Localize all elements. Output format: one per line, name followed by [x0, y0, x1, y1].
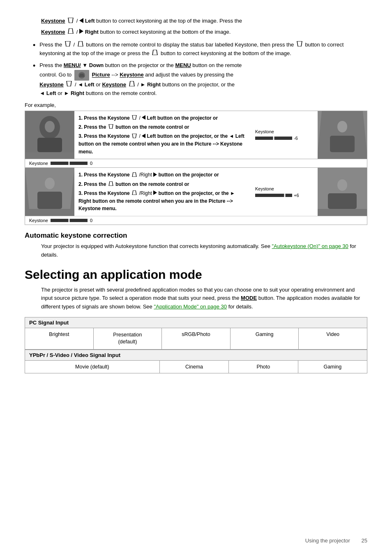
- step2-top: 2. Press the button on the remote contro…: [78, 123, 248, 131]
- bar-track-right-top: [255, 137, 292, 140]
- select-link[interactable]: "Application Mode" on page 30: [154, 303, 227, 310]
- svg-marker-19: [142, 115, 145, 120]
- bar-track-left-bottom: [51, 219, 88, 222]
- svg-marker-1: [79, 18, 83, 23]
- bar-thumb-left-top: [68, 162, 69, 165]
- svg-marker-5: [78, 41, 83, 46]
- val-right-top: -6: [294, 136, 298, 141]
- trap-down-icon-b1b: [296, 41, 303, 49]
- auto-keystone-section: Automatic keystone correction Your proje…: [25, 232, 367, 259]
- trap-down-ex3: [131, 133, 137, 141]
- pc-signal-header: PC Signal Input: [25, 317, 367, 328]
- bar-row-right-bottom: +6: [255, 193, 314, 198]
- signal-table: PC Signal Input Brightest Presentation(d…: [25, 317, 367, 373]
- footer-page: 25: [362, 537, 367, 544]
- svg-marker-34: [153, 190, 157, 195]
- pc-col-brightest: Brightest: [25, 328, 94, 349]
- keystone-line1: Keystone / Left button to correct keysto…: [41, 16, 367, 26]
- svg-marker-6: [297, 41, 302, 46]
- auto-link[interactable]: "Autokeystone (On)" on page 30: [272, 243, 348, 249]
- svg-rect-29: [37, 192, 62, 209]
- example-box: 1. Press the Keystone / Left button on t…: [25, 111, 367, 225]
- arrow-right-exb1: [153, 171, 157, 179]
- svg-point-36: [337, 179, 347, 191]
- trap-up-icon-b1c: [152, 49, 158, 58]
- select-body4: for details.: [228, 303, 253, 310]
- bar-track-right-bottom: [255, 194, 292, 197]
- example-row-top: 1. Press the Keystone / Left button on t…: [25, 111, 367, 160]
- trap-down-icon-b1: [65, 41, 71, 49]
- bullet-text-1: Press the / buttons on the remote contro…: [39, 41, 367, 58]
- select-body3: different types of signals are shown bel…: [41, 303, 154, 310]
- pc-col-presentation: Presentation(default): [94, 328, 162, 349]
- svg-marker-32: [109, 181, 113, 186]
- keystone-bar-right-bottom: Keystone +6: [252, 168, 318, 216]
- ypbpr-col-photo: Photo: [229, 361, 298, 373]
- svg-marker-18: [132, 115, 136, 120]
- photo-right-top: [318, 111, 367, 159]
- trap-down-icon-b2: [66, 81, 72, 89]
- svg-marker-22: [142, 134, 145, 138]
- svg-marker-2: [68, 28, 73, 34]
- step1-top: 1. Press the Keystone / Left button on t…: [78, 114, 248, 122]
- keystone-label-2: Keystone: [41, 29, 65, 35]
- val-left-bottom: 0: [90, 218, 92, 223]
- trap-up-icon-b1: [77, 41, 84, 49]
- bullet-dot-1: •: [33, 42, 35, 49]
- auto-keystone-body: Your projector is equipped with Autokeys…: [41, 242, 367, 259]
- trap-down-ex2: [108, 123, 114, 131]
- for-example-label: For example,: [25, 102, 367, 108]
- keystone-line2: Keystone / Right button to correct keyst…: [41, 28, 367, 37]
- trap-up-exb2: [108, 181, 114, 188]
- auto-body-text: Your projector is equipped with Autokeys…: [41, 243, 272, 249]
- example-row-bottom: 1. Press the Keystone /Right button on t…: [25, 168, 367, 216]
- keystone-bar-right-top: Keystone -6: [252, 111, 318, 159]
- top-keystone-block: Keystone / Left button to correct keysto…: [41, 16, 367, 37]
- keystone-label-1: Keystone: [41, 18, 65, 24]
- arrow-left-ex3: [142, 133, 145, 141]
- arrow-left-ex1: [142, 114, 145, 122]
- step3-top: 3. Press the Keystone / Left button on t…: [78, 132, 248, 155]
- arrow-right-icon-1: [79, 28, 83, 37]
- svg-point-28: [45, 178, 55, 189]
- trapezoid-up-icon-1: [67, 28, 74, 37]
- bar-row-right-top: -6: [255, 136, 314, 141]
- val-right-bottom: +6: [294, 193, 299, 198]
- down-arrow-icon: ▼: [82, 61, 88, 70]
- trap-up-icon-b2: [129, 81, 135, 89]
- instructions-bottom: 1. Press the Keystone /Right button on t…: [74, 168, 252, 216]
- svg-marker-12: [129, 81, 134, 86]
- menu-inline-image: [74, 70, 89, 81]
- photo-left-top: [25, 111, 74, 159]
- trap-up-exb1: [131, 171, 137, 179]
- select-body2: button. The application modes available …: [258, 295, 360, 301]
- photo-left-bottom: [25, 168, 74, 216]
- svg-rect-37: [328, 193, 357, 209]
- select-app-heading: Selecting an application mode: [25, 268, 367, 282]
- step3-bottom: 3. Press the Keystone /Right button on t…: [78, 190, 248, 213]
- ypbpr-col-cinema: Cinema: [160, 361, 229, 373]
- bar-track-left-top: [51, 162, 88, 165]
- bullet-text-2: Press the MENU/ ▼ Down button on the pro…: [39, 61, 367, 98]
- page-footer: Using the projector 25: [305, 537, 367, 544]
- photo-right-bottom: [318, 168, 367, 216]
- svg-marker-11: [67, 81, 71, 86]
- svg-marker-4: [65, 41, 70, 46]
- keystone-label-right-bottom: Keystone: [255, 186, 274, 191]
- bullet-dot-2: •: [33, 62, 35, 70]
- val-left-top: 0: [90, 161, 92, 166]
- svg-marker-0: [68, 18, 73, 23]
- bar-thumb-right-bottom: [284, 194, 286, 197]
- mode-bold: MODE: [241, 295, 257, 301]
- bar-thumb-left-bottom: [68, 219, 69, 222]
- ypbpr-col-movie: Movie (default): [25, 361, 160, 373]
- auto-keystone-heading: Automatic keystone correction: [25, 232, 367, 240]
- svg-marker-7: [152, 50, 157, 55]
- svg-rect-17: [25, 111, 74, 152]
- instructions-top: 1. Press the Keystone / Left button on t…: [74, 111, 252, 159]
- page: Keystone / Left button to correct keysto…: [0, 0, 392, 556]
- svg-marker-30: [132, 172, 136, 177]
- svg-marker-20: [109, 124, 113, 129]
- ypbpr-header: YPbPr / S-Video / Video Signal Input: [25, 350, 367, 361]
- pc-col-srgb: sRGB/Photo: [162, 328, 231, 349]
